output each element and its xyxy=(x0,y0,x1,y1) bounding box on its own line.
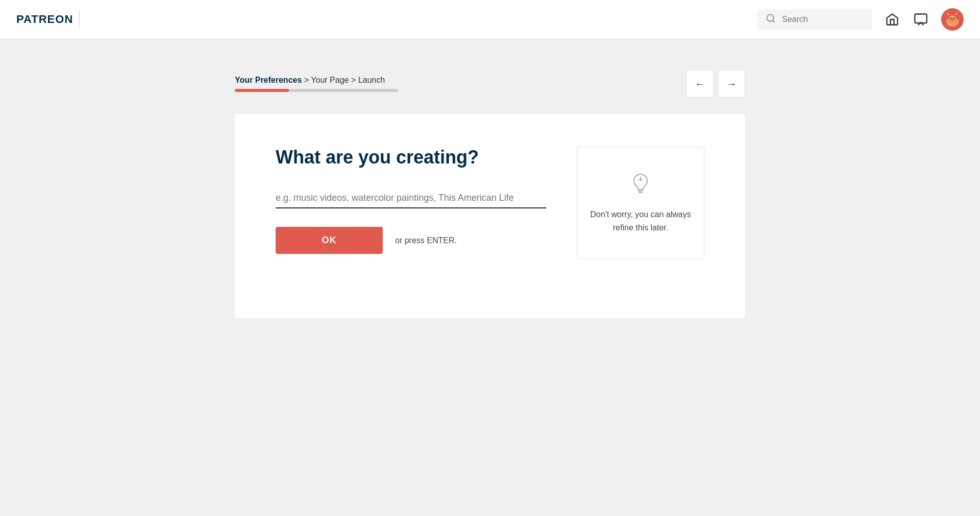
header-left: PATREON xyxy=(16,11,80,28)
breadcrumb-sep1: > xyxy=(302,76,311,84)
ok-button[interactable]: OK xyxy=(276,227,383,254)
breadcrumb-left: Your Preferences > Your Page > Launch xyxy=(235,76,398,92)
breadcrumb-sep2: > xyxy=(349,76,358,84)
tip-text: Don't worry, you can always refine this … xyxy=(590,208,692,234)
breadcrumb-section: Your Preferences > Your Page > Launch ← … xyxy=(235,70,745,98)
search-icon xyxy=(766,13,776,26)
progress-bar-fill xyxy=(235,89,289,92)
text-input-wrapper xyxy=(276,189,546,208)
progress-bar-container xyxy=(235,89,398,92)
form-actions: OK or press ENTER. xyxy=(276,227,546,254)
back-button[interactable]: ← xyxy=(686,70,714,98)
header: PATREON xyxy=(0,0,980,39)
messages-icon[interactable] xyxy=(913,11,929,28)
form-main: What are you creating? OK or press ENTER… xyxy=(276,147,546,286)
svg-line-1 xyxy=(773,20,775,22)
breadcrumb-step1: Your Preferences xyxy=(235,76,302,84)
home-icon[interactable] xyxy=(884,11,900,28)
avatar[interactable] xyxy=(941,8,964,31)
enter-hint: or press ENTER. xyxy=(395,236,457,245)
svg-rect-2 xyxy=(915,14,926,24)
svg-point-12 xyxy=(953,18,955,19)
form-title: What are you creating? xyxy=(276,147,546,168)
breadcrumb-step2: Your Page xyxy=(311,76,349,84)
tip-box: Don't worry, you can always refine this … xyxy=(577,147,704,259)
breadcrumb: Your Preferences > Your Page > Launch xyxy=(235,76,398,85)
form-card: What are you creating? OK or press ENTER… xyxy=(235,114,745,318)
search-container[interactable] xyxy=(757,9,872,30)
search-input[interactable] xyxy=(782,15,864,24)
svg-point-11 xyxy=(950,18,952,19)
svg-point-13 xyxy=(951,19,953,20)
main-content: Your Preferences > Your Page > Launch ← … xyxy=(0,39,980,318)
breadcrumb-step3: Launch xyxy=(358,76,385,84)
svg-point-10 xyxy=(949,15,956,22)
avatar-image xyxy=(941,8,964,31)
nav-arrows: ← → xyxy=(686,70,745,98)
header-right xyxy=(757,8,964,31)
creation-input[interactable] xyxy=(276,189,546,207)
logo-divider xyxy=(79,11,80,28)
forward-button[interactable]: → xyxy=(718,70,745,98)
logo[interactable]: PATREON xyxy=(16,13,73,26)
logo-text: PATREON xyxy=(16,13,73,26)
lightbulb-icon xyxy=(628,171,653,198)
